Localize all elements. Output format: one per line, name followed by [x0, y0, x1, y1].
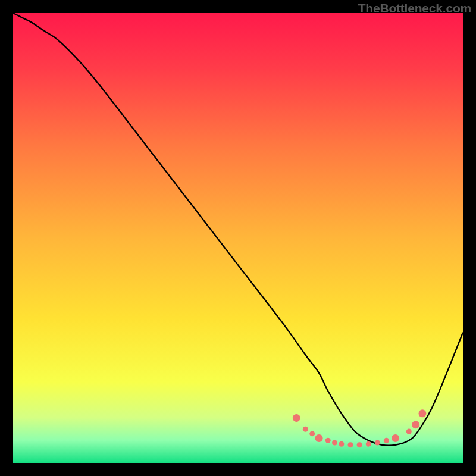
- data-marker: [332, 440, 337, 445]
- data-marker: [384, 438, 389, 443]
- data-marker: [293, 414, 300, 422]
- data-marker: [418, 409, 426, 417]
- data-marker: [339, 441, 344, 447]
- data-marker: [348, 442, 353, 447]
- data-marker: [357, 442, 362, 447]
- data-marker: [303, 427, 308, 432]
- data-marker: [315, 434, 323, 442]
- data-marker: [366, 441, 371, 447]
- chart-plot: [13, 13, 463, 463]
- data-marker: [375, 440, 380, 445]
- watermark-text: TheBottleneck.com: [358, 1, 471, 15]
- data-marker: [325, 438, 331, 443]
- data-marker: [412, 421, 419, 428]
- chart-background: [13, 13, 463, 463]
- data-marker: [309, 431, 315, 436]
- chart-frame: [13, 13, 463, 463]
- data-marker: [406, 429, 412, 434]
- data-marker: [392, 434, 399, 442]
